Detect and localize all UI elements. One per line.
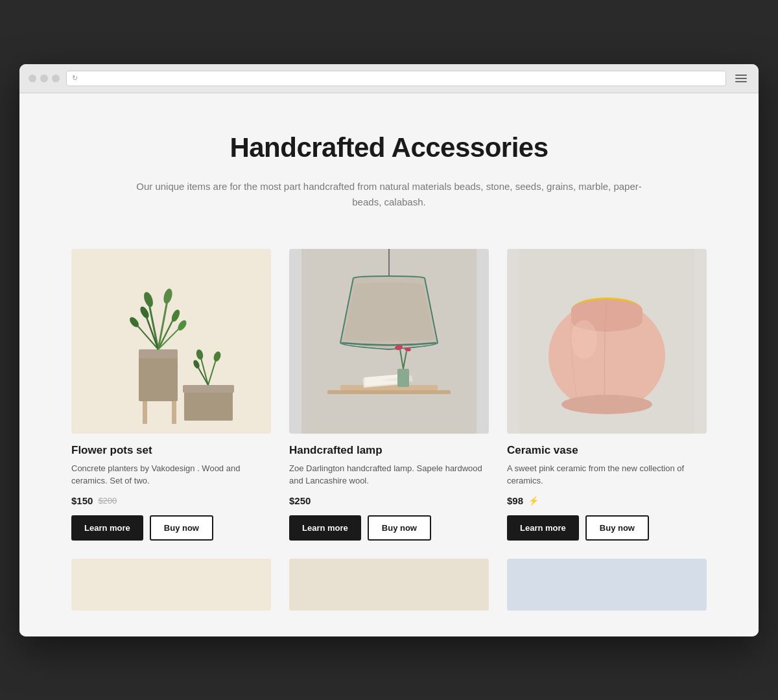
learn-more-button-lamp[interactable]: Learn more: [289, 515, 361, 541]
product-name-ceramic-vase: Ceramic vase: [507, 444, 707, 457]
learn-more-button-ceramic-vase[interactable]: Learn more: [507, 515, 579, 541]
page-content: Handcrafted Accessories Our unique items…: [19, 93, 759, 636]
svg-point-39: [561, 395, 652, 414]
svg-rect-17: [184, 388, 233, 421]
price-current: $150: [71, 495, 93, 506]
product-image-bottom-3: [507, 559, 707, 611]
traffic-lights: [29, 75, 60, 82]
price-original: $200: [98, 496, 117, 506]
buy-now-button-flower-pots[interactable]: Buy now: [150, 515, 213, 541]
svg-rect-41: [84, 559, 259, 611]
product-image-ceramic-vase: [507, 249, 707, 434]
menu-line: [735, 78, 747, 79]
product-image-flower-pots: [71, 249, 271, 434]
price-current: $250: [289, 495, 311, 506]
product-name-flower-pots: Flower pots set: [71, 444, 271, 457]
product-card-ceramic-vase: Ceramic vase A sweet pink ceramic from t…: [507, 249, 707, 541]
svg-rect-4: [172, 401, 176, 424]
product-actions-flower-pots: Learn more Buy now: [71, 515, 271, 541]
product-actions-lamp: Learn more Buy now: [289, 515, 489, 541]
product-card-lamp: Handcrafted lamp Zoe Darlington handcraf…: [289, 249, 489, 541]
refresh-icon: ↻: [72, 74, 78, 82]
browser-window: ↻ Handcrafted Accessories Our unique ite…: [19, 64, 759, 636]
product-name-lamp: Handcrafted lamp: [289, 444, 489, 457]
svg-rect-2: [139, 349, 178, 358]
svg-point-40: [571, 320, 597, 359]
product-card-flower-pots: Flower pots set Concrete planters by Vak…: [71, 249, 271, 541]
product-actions-ceramic-vase: Learn more Buy now: [507, 515, 707, 541]
svg-rect-31: [397, 369, 409, 387]
products-grid-bottom: [71, 559, 707, 611]
address-bar[interactable]: ↻: [66, 71, 726, 86]
page-subtitle: Our unique items are for the most part h…: [136, 179, 642, 210]
product-description-lamp: Zoe Darlington handcrafted lamp. Sapele …: [289, 462, 489, 487]
svg-rect-3: [143, 401, 147, 424]
menu-line: [735, 81, 747, 82]
traffic-light-maximize[interactable]: [52, 75, 60, 82]
product-image-lamp: [289, 249, 489, 434]
browser-menu-button[interactable]: [733, 72, 749, 85]
menu-line: [735, 75, 747, 76]
page-title: Handcrafted Accessories: [136, 132, 642, 163]
svg-rect-28: [327, 390, 451, 394]
product-description-ceramic-vase: A sweet pink ceramic from the new collec…: [507, 462, 707, 487]
learn-more-button-flower-pots[interactable]: Learn more: [71, 515, 143, 541]
svg-rect-42: [301, 559, 477, 611]
product-description-flower-pots: Concrete planters by Vakodesign . Wood a…: [71, 462, 271, 487]
svg-rect-18: [183, 385, 234, 393]
hero-section: Handcrafted Accessories Our unique items…: [71, 132, 707, 210]
traffic-light-minimize[interactable]: [40, 75, 48, 82]
price-strike: ⚡: [528, 496, 539, 506]
product-price-lamp: $250: [289, 495, 489, 506]
svg-rect-43: [519, 559, 694, 611]
buy-now-button-lamp[interactable]: Buy now: [368, 515, 431, 541]
price-current: $98: [507, 495, 523, 506]
traffic-light-close[interactable]: [29, 75, 36, 82]
svg-rect-1: [139, 356, 178, 401]
svg-rect-27: [340, 385, 438, 390]
product-image-bottom-1: [71, 559, 271, 611]
product-price-flower-pots: $150 $200: [71, 495, 271, 506]
buy-now-button-ceramic-vase[interactable]: Buy now: [585, 515, 649, 541]
product-image-bottom-2: [289, 559, 489, 611]
browser-chrome: ↻: [19, 64, 759, 93]
product-price-ceramic-vase: $98 ⚡: [507, 495, 707, 506]
products-grid: Flower pots set Concrete planters by Vak…: [71, 249, 707, 541]
